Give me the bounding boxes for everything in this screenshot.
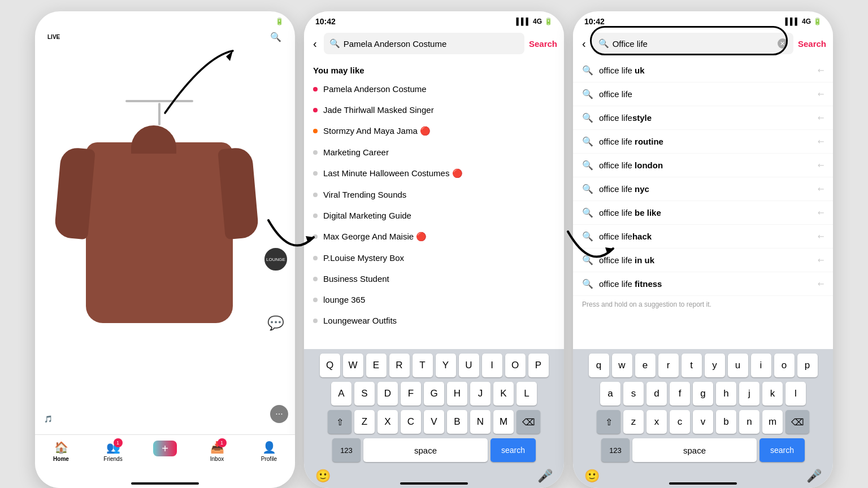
key-u[interactable]: u (728, 354, 748, 377)
key-space[interactable]: space (632, 438, 757, 462)
key-123[interactable]: 123 (601, 438, 630, 462)
microphone-button[interactable]: 🎤 (537, 469, 553, 483)
suggestion-item[interactable]: P.Louise Mystery Box (304, 247, 564, 268)
suggestion-item[interactable]: Stormzy And Maya Jama 🔴 (304, 120, 564, 142)
microphone-button[interactable]: 🎤 (806, 469, 822, 483)
key-z[interactable]: z (623, 410, 644, 434)
key-shift[interactable]: ⇧ (597, 410, 620, 434)
key-t[interactable]: T (413, 354, 433, 377)
key-123[interactable]: 123 (332, 438, 361, 462)
key-p[interactable]: p (797, 354, 818, 377)
key-o[interactable]: O (505, 354, 526, 377)
clear-button[interactable]: ✕ (778, 38, 788, 49)
key-y[interactable]: Y (436, 354, 456, 377)
share-action[interactable]: ↗ 4 (271, 347, 281, 369)
suggestion-item[interactable]: Business Student (304, 268, 564, 289)
key-r[interactable]: R (389, 354, 410, 377)
suggestion-item[interactable]: Loungewear Outfits (304, 310, 564, 331)
suggestion-item[interactable]: Last Minute Halloween Costumes 🔴 (304, 163, 564, 184)
key-v[interactable]: v (693, 410, 713, 434)
key-g[interactable]: g (693, 382, 713, 406)
autocomplete-item[interactable]: 🔍 office lifestyle ↗ (573, 106, 833, 130)
key-d[interactable]: d (646, 382, 667, 406)
key-q[interactable]: q (589, 354, 609, 377)
key-n[interactable]: N (470, 410, 491, 434)
key-f[interactable]: f (670, 382, 690, 406)
profile-nav-item[interactable]: 👤 Profile (255, 441, 283, 462)
emoji-button[interactable]: 🙂 (584, 469, 600, 483)
add-nav-item[interactable]: + (151, 441, 179, 456)
suggestion-item[interactable]: Pamela Anderson Costume (304, 79, 564, 99)
key-k[interactable]: k (762, 382, 783, 406)
comment-action[interactable]: 💬 4 (267, 315, 284, 339)
search-input[interactable] (613, 39, 774, 49)
key-c[interactable]: C (401, 410, 421, 434)
key-r[interactable]: r (658, 354, 679, 377)
key-h[interactable]: H (447, 382, 467, 406)
autocomplete-item[interactable]: 🔍 office life fitness ↗ (573, 272, 833, 296)
back-button[interactable]: ‹ (580, 35, 588, 53)
key-search[interactable]: search (760, 438, 805, 462)
key-l[interactable]: L (517, 382, 537, 406)
key-p[interactable]: P (528, 354, 549, 377)
suggestion-item[interactable]: Max George And Maisie 🔴 (304, 226, 564, 247)
key-l[interactable]: l (785, 382, 806, 406)
suggestion-item[interactable]: Jade Thirlwall Masked Singer (304, 99, 564, 120)
key-b[interactable]: b (716, 410, 736, 434)
key-j[interactable]: J (470, 382, 491, 406)
autocomplete-item[interactable]: 🔍 office life nyc ↗ (573, 177, 833, 201)
foryou-tab[interactable]: For You (173, 30, 206, 43)
back-button[interactable]: ‹ (311, 35, 319, 53)
suggestion-item[interactable]: Viral Trending Sounds (304, 184, 564, 205)
key-t[interactable]: t (682, 354, 702, 377)
key-m[interactable]: M (493, 410, 514, 434)
key-a[interactable]: A (331, 382, 351, 406)
suggestion-item[interactable]: lounge 365 (304, 289, 564, 310)
autocomplete-item[interactable]: 🔍 office life london ↗ (573, 154, 833, 177)
key-w[interactable]: w (612, 354, 632, 377)
inbox-nav-item[interactable]: 📥 1 Inbox (203, 441, 231, 462)
key-m[interactable]: m (762, 410, 783, 434)
key-z[interactable]: Z (354, 410, 375, 434)
key-e[interactable]: e (635, 354, 656, 377)
key-h[interactable]: h (716, 382, 736, 406)
more-options-button[interactable]: ··· (270, 405, 288, 423)
suggestion-item[interactable]: Marketing Career (304, 142, 564, 163)
key-j[interactable]: j (739, 382, 760, 406)
key-d[interactable]: D (377, 382, 398, 406)
key-s[interactable]: S (354, 382, 375, 406)
search-button[interactable]: Search (798, 39, 826, 49)
autocomplete-item[interactable]: 🔍 office life routine ↗ (573, 130, 833, 154)
search-input[interactable] (344, 39, 519, 49)
key-space[interactable]: space (363, 438, 488, 462)
key-backspace[interactable]: ⌫ (517, 410, 540, 434)
autocomplete-item[interactable]: 🔍 office life be like ↗ (573, 201, 833, 225)
key-u[interactable]: U (459, 354, 479, 377)
key-g[interactable]: G (424, 382, 444, 406)
key-v[interactable]: V (424, 410, 444, 434)
autocomplete-item[interactable]: 🔍 office life ↗ (573, 82, 833, 106)
following-tab[interactable]: Following (124, 30, 162, 43)
key-o[interactable]: o (774, 354, 795, 377)
key-search[interactable]: search (491, 438, 536, 462)
key-y[interactable]: y (705, 354, 725, 377)
key-i[interactable]: I (482, 354, 502, 377)
emoji-button[interactable]: 🙂 (315, 469, 331, 483)
autocomplete-item[interactable]: 🔍 office life in uk ↗ (573, 249, 833, 272)
key-x[interactable]: x (646, 410, 667, 434)
friends-nav-item[interactable]: 👥 1 Friends (99, 441, 127, 462)
key-s[interactable]: s (623, 382, 644, 406)
home-nav-item[interactable]: 🏠 Home (47, 441, 75, 462)
key-backspace[interactable]: ⌫ (785, 410, 809, 434)
key-c[interactable]: c (670, 410, 690, 434)
like-action[interactable]: ♥ 609 (271, 282, 281, 307)
key-x[interactable]: X (377, 410, 398, 434)
suggestion-item[interactable]: Digital Marketing Guide (304, 205, 564, 226)
key-w[interactable]: W (343, 354, 363, 377)
key-b[interactable]: B (447, 410, 467, 434)
key-shift[interactable]: ⇧ (328, 410, 351, 434)
creator-avatar[interactable]: LOUNGE (263, 247, 288, 272)
key-e[interactable]: E (366, 354, 387, 377)
autocomplete-item[interactable]: 🔍 office life uk ↗ (573, 59, 833, 82)
key-k[interactable]: K (493, 382, 514, 406)
